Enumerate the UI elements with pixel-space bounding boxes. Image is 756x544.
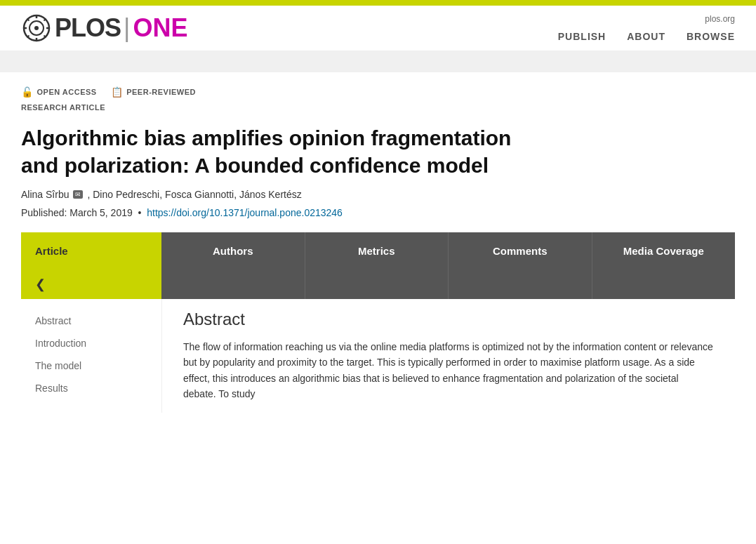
tab-article[interactable]: Article	[21, 232, 161, 270]
open-access-label: OPEN ACCESS	[37, 88, 97, 96]
tab-authors[interactable]: Authors	[161, 232, 305, 299]
tab-chevron-button[interactable]: ❮	[21, 270, 161, 299]
logo-separator: |	[124, 13, 130, 43]
peer-reviewed-badge: 📋 PEER-REVIEWED	[111, 86, 196, 98]
sub-header	[0, 51, 756, 72]
authors-line: Alina Sîrbu ✉ , Dino Pedreschi, Fosca Gi…	[21, 189, 735, 200]
abstract-title: Abstract	[183, 310, 714, 329]
lock-icon: 🔓	[21, 86, 34, 98]
nav-links: PUBLISH ABOUT BROWSE	[558, 31, 735, 42]
logo-one-text: ONE	[133, 13, 187, 43]
pub-info: Published: March 5, 2019 • https://doi.o…	[21, 207, 735, 218]
nav-browse[interactable]: BROWSE	[687, 31, 735, 42]
tab-media-coverage[interactable]: Media Coverage	[592, 232, 736, 299]
research-type: RESEARCH ARTICLE	[21, 103, 735, 112]
top-bar	[0, 0, 756, 6]
main-content: 🔓 OPEN ACCESS 📋 PEER-REVIEWED RESEARCH A…	[0, 72, 756, 413]
abstract-text: The flow of information reaching us via …	[183, 339, 714, 402]
sidebar-item-results[interactable]: Results	[21, 377, 161, 399]
svg-point-2	[34, 26, 39, 30]
author-kertesz[interactable]: János Kertész	[239, 189, 302, 200]
logo-plos-text: PLOS	[55, 13, 121, 43]
sidebar: Abstract Introduction The model Results	[21, 299, 161, 413]
header-right: plos.org PUBLISH ABOUT BROWSE	[558, 14, 735, 42]
logo[interactable]: PLOS | ONE	[21, 13, 187, 44]
open-access-badge: 🔓 OPEN ACCESS	[21, 86, 97, 98]
sidebar-item-the-model[interactable]: The model	[21, 354, 161, 377]
tab-row: Article ❮ Authors Metrics Comments Media…	[21, 232, 735, 299]
tab-comments[interactable]: Comments	[449, 232, 592, 299]
nav-publish[interactable]: PUBLISH	[558, 31, 606, 42]
article-body: Abstract The flow of information reachin…	[161, 299, 735, 413]
sidebar-item-abstract[interactable]: Abstract	[21, 310, 161, 332]
content-area: Abstract Introduction The model Results …	[21, 299, 735, 413]
other-tabs: Authors Metrics Comments Media Coverage	[161, 232, 735, 299]
peer-reviewed-label: PEER-REVIEWED	[126, 88, 196, 96]
author-sirbu[interactable]: Alina Sîrbu	[21, 189, 69, 200]
tab-article-area: Article ❮	[21, 232, 161, 299]
email-icon[interactable]: ✉	[73, 190, 83, 199]
doi-link[interactable]: https://doi.org/10.1371/journal.pone.021…	[147, 207, 343, 218]
author-pedreschi[interactable]: , Dino Pedreschi,	[87, 189, 162, 200]
article-title: Algorithmic bias amplifies opinion fragm…	[21, 124, 548, 179]
check-icon: 📋	[111, 86, 124, 98]
tab-metrics[interactable]: Metrics	[305, 232, 449, 299]
published-date: Published: March 5, 2019	[21, 207, 133, 218]
header: PLOS | ONE plos.org PUBLISH ABOUT BROWSE	[0, 6, 756, 51]
author-giannotti[interactable]: Fosca Giannotti,	[165, 189, 237, 200]
badges-row: 🔓 OPEN ACCESS 📋 PEER-REVIEWED	[21, 86, 735, 98]
sidebar-item-introduction[interactable]: Introduction	[21, 332, 161, 354]
plos-logo-icon	[21, 13, 52, 44]
nav-about[interactable]: ABOUT	[627, 31, 665, 42]
plos-org-link[interactable]: plos.org	[705, 14, 735, 24]
